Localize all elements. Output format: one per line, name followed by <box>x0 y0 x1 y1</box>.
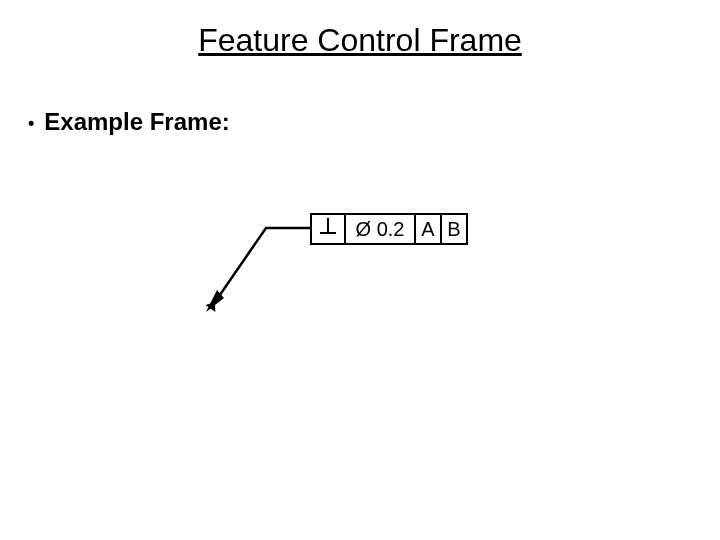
fcf-datum-primary: A <box>415 214 441 244</box>
slide-title: Feature Control Frame <box>0 22 720 59</box>
feature-control-frame: Ø 0.2 A B <box>310 213 468 245</box>
fcf-geometric-characteristic <box>311 214 345 244</box>
bullet-item: •Example Frame: <box>28 108 230 136</box>
bullet-dot: • <box>28 113 34 134</box>
perpendicularity-icon <box>320 216 336 236</box>
bullet-text: Example Frame: <box>44 108 229 135</box>
fcf-datum-secondary: B <box>441 214 467 244</box>
fcf-tolerance: Ø 0.2 <box>345 214 415 244</box>
